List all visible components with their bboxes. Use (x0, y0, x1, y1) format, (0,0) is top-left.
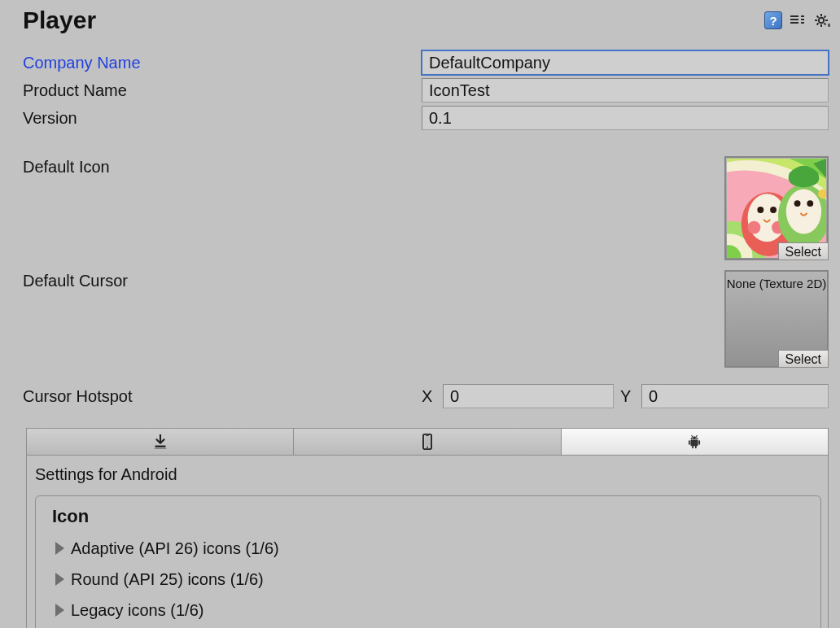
presets-icon (790, 12, 806, 28)
default-cursor-select-button[interactable]: Select (778, 350, 829, 368)
foldout-legacy-icons[interactable]: Legacy icons (1/6) (52, 597, 809, 623)
download-icon (151, 433, 169, 451)
help-button[interactable]: ? (763, 11, 783, 30)
product-name-input[interactable] (422, 78, 829, 102)
svg-point-28 (786, 189, 821, 233)
svg-rect-42 (691, 440, 698, 446)
cursor-hotspot-row: Cursor Hotspot X Y (23, 384, 829, 408)
svg-rect-3 (801, 15, 804, 17)
svg-rect-4 (801, 19, 804, 20)
foldout-label: Round (API 25) icons (1/6) (71, 570, 264, 589)
page-title: Player (23, 7, 96, 34)
platform-tab-android[interactable] (562, 428, 829, 456)
icon-section: Icon Adaptive (API 26) icons (1/6) Round… (35, 495, 821, 628)
svg-rect-46 (695, 446, 697, 449)
default-icon-select-button[interactable]: Select (778, 242, 829, 260)
company-name-label[interactable]: Company Name (23, 54, 422, 72)
foldout-label: Legacy icons (1/6) (71, 601, 203, 620)
svg-line-14 (824, 16, 825, 18)
foldout-arrow-icon (55, 573, 64, 586)
presets-button[interactable] (788, 11, 807, 30)
svg-rect-32 (155, 446, 165, 447)
svg-rect-2 (790, 22, 798, 24)
help-icon: ? (764, 11, 782, 29)
svg-line-38 (692, 435, 693, 437)
panel-body: Company Name Product Name Version Defaul… (0, 39, 840, 628)
svg-line-13 (817, 23, 819, 24)
svg-point-40 (692, 438, 693, 438)
product-name-label: Product Name (23, 81, 422, 100)
default-cursor-thumbnail[interactable]: None (Texture 2D) Select (724, 270, 829, 368)
svg-rect-33 (154, 448, 166, 449)
svg-line-39 (697, 435, 698, 437)
platform-tab-ios[interactable] (294, 428, 561, 456)
gear-icon (814, 12, 830, 28)
default-icon-row: Default Icon (23, 156, 829, 260)
hotspot-x-input[interactable] (443, 384, 614, 408)
default-icon-thumbnail[interactable]: Select (724, 156, 829, 260)
svg-rect-44 (699, 440, 701, 445)
default-cursor-label: Default Cursor (23, 270, 422, 368)
svg-line-11 (817, 16, 819, 18)
svg-point-24 (770, 207, 777, 213)
svg-rect-1 (790, 19, 798, 20)
hotspot-y-input[interactable] (641, 384, 829, 408)
svg-rect-5 (801, 22, 804, 24)
version-label: Version (23, 109, 422, 128)
product-name-row: Product Name (23, 78, 829, 102)
foldout-arrow-icon (55, 542, 64, 555)
default-cursor-row: Default Cursor None (Texture 2D) Select (23, 270, 829, 368)
platform-settings-title: Settings for Android (35, 465, 821, 484)
svg-rect-0 (790, 15, 798, 17)
svg-line-12 (824, 23, 825, 24)
icon-section-heading: Icon (52, 506, 809, 527)
header-toolbar: ? (763, 11, 832, 30)
cursor-hotspot-label: Cursor Hotspot (23, 387, 422, 406)
foldout-adaptive-icons[interactable]: Adaptive (API 26) icons (1/6) (52, 535, 809, 561)
foldout-label: Adaptive (API 26) icons (1/6) (71, 539, 279, 558)
android-icon (685, 433, 703, 451)
svg-point-36 (427, 447, 428, 448)
version-row: Version (23, 106, 829, 130)
platform-tabs (23, 428, 829, 456)
foldout-arrow-icon (55, 604, 64, 617)
svg-rect-45 (693, 446, 694, 449)
hotspot-y-label: Y (620, 387, 635, 406)
svg-rect-37 (426, 435, 429, 436)
svg-point-6 (819, 18, 824, 23)
panel-menu-button[interactable] (812, 11, 832, 30)
foldout-round-icons[interactable]: Round (API 25) icons (1/6) (52, 566, 809, 592)
platform-settings-box: Settings for Android Icon Adaptive (API … (26, 456, 829, 628)
svg-point-23 (757, 207, 763, 213)
svg-rect-35 (425, 436, 430, 445)
phone-icon (418, 433, 436, 451)
company-name-row: Company Name (23, 50, 829, 75)
svg-rect-43 (689, 440, 690, 445)
svg-point-41 (696, 438, 697, 438)
company-name-input[interactable] (422, 50, 829, 75)
panel-header: Player ? (0, 0, 840, 39)
hotspot-x-label: X (422, 387, 436, 406)
default-cursor-placeholder: None (Texture 2D) (727, 272, 827, 291)
svg-rect-15 (829, 24, 830, 27)
version-input[interactable] (422, 106, 829, 130)
default-icon-label: Default Icon (23, 156, 422, 260)
player-settings-panel: Player ? (0, 0, 840, 628)
svg-point-29 (794, 200, 801, 207)
platform-tab-standalone[interactable] (26, 428, 294, 456)
svg-point-25 (748, 221, 761, 234)
svg-point-30 (807, 200, 813, 207)
